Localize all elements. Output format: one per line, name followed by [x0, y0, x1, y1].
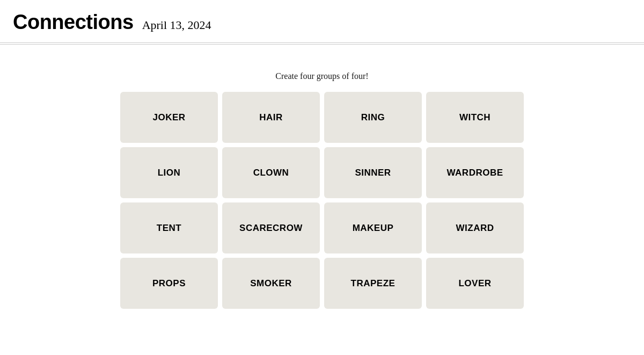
tile-label: LOVER [458, 278, 491, 289]
word-tile[interactable]: TRAPEZE [324, 258, 422, 309]
word-grid: JOKERHAIRRINGWITCHLIONCLOWNSINNERWARDROB… [120, 92, 524, 309]
divider-top [0, 42, 644, 43]
tile-label: CLOWN [253, 168, 289, 178]
word-tile[interactable]: CLOWN [222, 147, 320, 198]
word-tile[interactable]: WIZARD [426, 202, 524, 253]
tile-label: WITCH [459, 112, 491, 123]
tile-label: WARDROBE [447, 168, 503, 178]
word-tile[interactable]: HAIR [222, 92, 320, 143]
word-tile[interactable]: LOVER [426, 258, 524, 309]
word-tile[interactable]: MAKEUP [324, 202, 422, 253]
tile-label: TRAPEZE [351, 278, 396, 289]
header: Connections April 13, 2024 [0, 0, 644, 42]
tile-label: SMOKER [250, 278, 292, 289]
word-tile[interactable]: WARDROBE [426, 147, 524, 198]
tile-label: TENT [157, 223, 181, 234]
main-content: Create four groups of four! JOKERHAIRRIN… [0, 66, 644, 309]
word-tile[interactable]: JOKER [120, 92, 218, 143]
word-tile[interactable]: SMOKER [222, 258, 320, 309]
word-tile[interactable]: LION [120, 147, 218, 198]
tile-label: JOKER [152, 112, 185, 123]
tile-label: PROPS [152, 278, 186, 289]
tile-label: HAIR [259, 112, 283, 123]
instructions-text: Create four groups of four! [275, 71, 368, 81]
app-title: Connections [13, 11, 134, 34]
word-tile[interactable]: TENT [120, 202, 218, 253]
tile-label: SINNER [355, 168, 391, 178]
tile-label: SCARECROW [239, 223, 303, 234]
tile-label: MAKEUP [353, 223, 394, 234]
header-date: April 13, 2024 [142, 18, 211, 32]
word-tile[interactable]: RING [324, 92, 422, 143]
tile-label: LION [158, 168, 181, 178]
word-tile[interactable]: WITCH [426, 92, 524, 143]
word-tile[interactable]: SINNER [324, 147, 422, 198]
word-tile[interactable]: SCARECROW [222, 202, 320, 253]
tile-label: WIZARD [456, 223, 494, 234]
tile-label: RING [361, 112, 385, 123]
word-tile[interactable]: PROPS [120, 258, 218, 309]
